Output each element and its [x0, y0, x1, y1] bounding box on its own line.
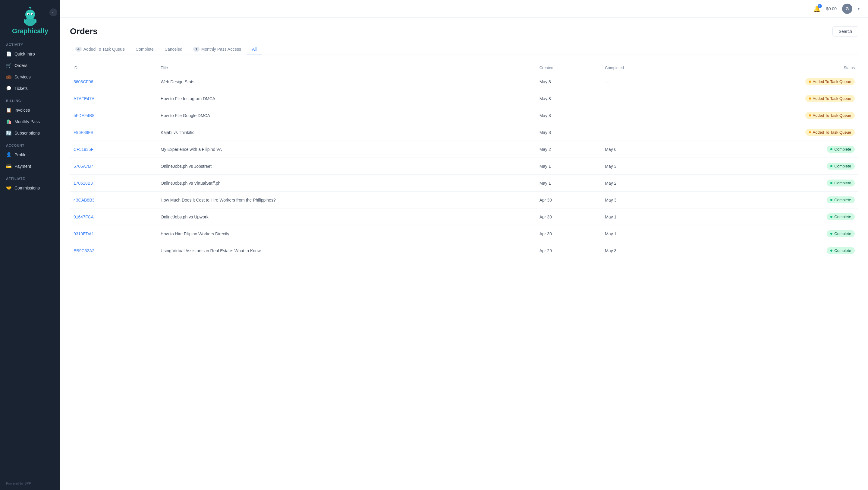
- sidebar-section-account: Account 👤 Profile 💳 Payment: [0, 139, 60, 172]
- status-dot: [809, 114, 811, 116]
- sidebar-collapse-button[interactable]: ←: [50, 8, 57, 16]
- order-status-cell: Complete: [682, 208, 858, 225]
- order-title-cell: OnlineJobs.ph vs Upwork: [157, 208, 536, 225]
- sidebar-item-orders[interactable]: 🛒 Orders: [0, 60, 60, 71]
- svg-point-1: [25, 10, 35, 19]
- table-row: 43CAB8B3 How Much Does it Cost to Hire W…: [70, 192, 858, 208]
- status-badge: Complete: [827, 247, 855, 254]
- status-dot: [809, 97, 811, 99]
- orders-icon: 🛒: [6, 63, 11, 68]
- orders-table: ID Title Created Completed Status 5608CF…: [70, 62, 858, 259]
- sidebar-section-label-affiliate: Affiliate: [0, 172, 60, 182]
- tab-added-to-task-queue[interactable]: 4 Added To Task Queue: [70, 44, 130, 55]
- order-completed-cell: —: [601, 90, 682, 107]
- order-status-cell: Complete: [682, 141, 858, 158]
- monthly-pass-icon: 🛍️: [6, 119, 11, 124]
- tab-monthly-pass-access[interactable]: 1 Monthly Pass Access: [188, 44, 247, 55]
- order-status-cell: Added To Task Queue: [682, 73, 858, 90]
- sidebar-item-quick-intro[interactable]: 📄 Quick Intro: [0, 48, 60, 60]
- sidebar-item-payment[interactable]: 💳 Payment: [0, 161, 60, 172]
- order-id-link[interactable]: 43CAB8B3: [73, 198, 94, 202]
- order-id-link[interactable]: 170518B3: [73, 181, 93, 185]
- document-icon: 📄: [6, 51, 11, 57]
- order-id-link[interactable]: 9310EDA1: [73, 231, 94, 236]
- topbar: 🔔 1 $0.00 G ▾: [60, 0, 868, 18]
- table-body: 5608CF06 Web Design Stats May 8 — Added …: [70, 73, 858, 259]
- search-button[interactable]: Search: [832, 26, 858, 36]
- order-completed-cell: May 1: [601, 208, 682, 225]
- status-badge: Complete: [827, 146, 855, 153]
- tab-canceled[interactable]: Canceled: [159, 44, 188, 55]
- tab-label-all: All: [252, 47, 257, 52]
- main-content: 🔔 1 $0.00 G ▾ Orders Search 4 Added To T…: [60, 0, 868, 490]
- order-completed-cell: May 3: [601, 158, 682, 175]
- order-id-link[interactable]: A7AFE47A: [73, 96, 94, 101]
- table-row: F96F88FB Kajabi vs Thinkific May 8 — Add…: [70, 124, 858, 141]
- order-title-cell: OnlineJobs.ph vs VirtualStaff.ph: [157, 175, 536, 192]
- tab-all[interactable]: All: [247, 44, 262, 55]
- order-status-cell: Added To Task Queue: [682, 124, 858, 141]
- sidebar-item-invoices[interactable]: 📋 Invoices: [0, 105, 60, 116]
- order-id-link[interactable]: 5608CF06: [73, 79, 93, 84]
- order-title-cell: How to File Instagram DMCA: [157, 90, 536, 107]
- tab-complete[interactable]: Complete: [130, 44, 159, 55]
- status-dot: [809, 81, 811, 83]
- svg-point-7: [29, 7, 31, 8]
- order-id-link[interactable]: F96F88FB: [73, 130, 93, 135]
- svg-rect-8: [24, 19, 26, 23]
- order-title-cell: How to File Google DMCA: [157, 107, 536, 124]
- subscriptions-icon: 🔄: [6, 131, 11, 136]
- order-created-cell: Apr 30: [536, 192, 601, 208]
- sidebar-item-profile[interactable]: 👤 Profile: [0, 149, 60, 161]
- table-row: BB9C62A2 Using Virtual Assistants in Rea…: [70, 242, 858, 259]
- order-id-link[interactable]: BB9C62A2: [73, 248, 94, 253]
- sidebar-item-label: Monthly Pass: [14, 119, 40, 124]
- order-id-cell: 5705A7B7: [70, 158, 157, 175]
- sidebar-item-subscriptions[interactable]: 🔄 Subscriptions: [0, 127, 60, 139]
- order-id-cell: BB9C62A2: [70, 242, 157, 259]
- order-title-cell: How to Hire Filipino Workers Directly: [157, 225, 536, 242]
- order-created-cell: May 1: [536, 175, 601, 192]
- order-id-link[interactable]: CF51935F: [73, 147, 93, 152]
- order-completed-cell: —: [601, 124, 682, 141]
- status-dot: [830, 216, 832, 218]
- order-created-cell: May 8: [536, 73, 601, 90]
- payment-icon: 💳: [6, 164, 11, 169]
- order-id-link[interactable]: 91647FCA: [73, 214, 94, 219]
- sidebar-item-label: Quick Intro: [14, 52, 35, 56]
- profile-icon: 👤: [6, 152, 11, 157]
- sidebar-item-tickets[interactable]: 💬 Tickets: [0, 83, 60, 94]
- page-header: Orders Search: [70, 26, 858, 36]
- notification-bell[interactable]: 🔔 1: [813, 5, 821, 12]
- avatar[interactable]: G: [842, 4, 852, 14]
- order-status-cell: Complete: [682, 158, 858, 175]
- order-title-cell: OnlineJobs.ph vs Jobstreet: [157, 158, 536, 175]
- sidebar-item-commissions[interactable]: 🤝 Commissions: [0, 182, 60, 194]
- order-status-cell: Complete: [682, 242, 858, 259]
- col-created: Created: [536, 62, 601, 73]
- order-completed-cell: —: [601, 107, 682, 124]
- order-id-cell: 9310EDA1: [70, 225, 157, 242]
- tab-label-monthly: Monthly Pass Access: [201, 47, 241, 52]
- order-id-link[interactable]: 5705A7B7: [73, 164, 93, 169]
- table-row: 170518B3 OnlineJobs.ph vs VirtualStaff.p…: [70, 175, 858, 192]
- order-status-cell: Added To Task Queue: [682, 107, 858, 124]
- table-row: 5705A7B7 OnlineJobs.ph vs Jobstreet May …: [70, 158, 858, 175]
- order-id-cell: A7AFE47A: [70, 90, 157, 107]
- svg-rect-9: [35, 19, 36, 23]
- order-status-cell: Complete: [682, 225, 858, 242]
- sidebar-item-monthly-pass[interactable]: 🛍️ Monthly Pass: [0, 116, 60, 127]
- status-dot: [830, 233, 832, 235]
- invoices-icon: 📋: [6, 108, 11, 113]
- tab-label-complete: Complete: [135, 47, 154, 52]
- status-badge: Complete: [827, 213, 855, 220]
- avatar-dropdown-chevron[interactable]: ▾: [858, 7, 860, 11]
- sidebar-item-services[interactable]: 💼 Services: [0, 71, 60, 83]
- sidebar-item-label: Profile: [14, 152, 27, 157]
- order-id-link[interactable]: 5FDEF4B8: [73, 113, 94, 118]
- order-title-cell: Web Design Stats: [157, 73, 536, 90]
- status-badge: Complete: [827, 196, 855, 203]
- order-title-cell: Kajabi vs Thinkific: [157, 124, 536, 141]
- sidebar-item-label: Orders: [14, 63, 27, 68]
- sidebar-item-label: Invoices: [14, 108, 30, 113]
